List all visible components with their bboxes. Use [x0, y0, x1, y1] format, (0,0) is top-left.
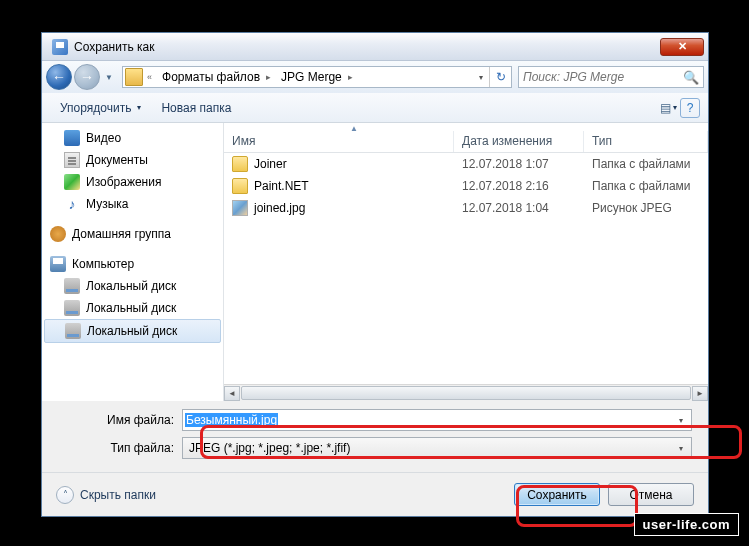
cancel-button[interactable]: Отмена: [608, 483, 694, 506]
titlebar: Сохранить как ✕: [42, 33, 708, 61]
close-button[interactable]: ✕: [660, 38, 704, 56]
sidebar-item-homegroup[interactable]: Домашняя группа: [42, 223, 223, 245]
column-header-date[interactable]: Дата изменения: [454, 131, 584, 152]
help-button[interactable]: ?: [680, 98, 700, 118]
sidebar-item-label: Документы: [86, 153, 148, 167]
disk-icon: [64, 300, 80, 316]
file-date: 12.07.2018 2:16: [462, 179, 592, 193]
file-type: Папка с файлами: [592, 179, 700, 193]
screenshot-frame: Сохранить как ✕ ← → ▼ « Форматы файлов ▸…: [2, 2, 747, 544]
sidebar-item-label: Домашняя группа: [72, 227, 171, 241]
breadcrumb-segment[interactable]: Форматы файлов: [154, 67, 264, 87]
hide-folders-button[interactable]: ˄ Скрыть папки: [56, 486, 156, 504]
computer-icon: [50, 256, 66, 272]
file-name: Joiner: [254, 157, 462, 171]
column-header-name[interactable]: Имя: [224, 131, 454, 152]
collapse-icon: ˄: [56, 486, 74, 504]
filetype-field[interactable]: JPEG (*.jpg; *.jpeg; *.jpe; *.jfif) ▾: [182, 437, 692, 459]
back-arrow-icon: ←: [52, 69, 66, 85]
filename-field[interactable]: Безымянный.jpg ▾: [182, 409, 692, 431]
scroll-thumb[interactable]: [241, 386, 691, 400]
new-folder-button[interactable]: Новая папка: [151, 97, 241, 119]
sidebar-item-documents[interactable]: Документы: [42, 149, 223, 171]
chevron-down-icon: ▾: [137, 103, 141, 112]
organize-label: Упорядочить: [60, 101, 131, 115]
jpg-icon: [232, 200, 248, 216]
file-list-area: ▲ Имя Дата изменения Тип Joiner12.07.201…: [224, 123, 708, 401]
filename-row: Имя файла: Безымянный.jpg ▾: [58, 409, 692, 431]
forward-button[interactable]: →: [74, 64, 100, 90]
column-headers: Имя Дата изменения Тип: [224, 131, 708, 153]
hide-folders-label: Скрыть папки: [80, 488, 156, 502]
file-rows: Joiner12.07.2018 1:07Папка с файлами Pai…: [224, 153, 708, 384]
address-dropdown[interactable]: ▾: [473, 73, 489, 82]
video-icon: [64, 130, 80, 146]
file-date: 12.07.2018 1:04: [462, 201, 592, 215]
watermark: user-life.com: [634, 513, 739, 536]
file-name: joined.jpg: [254, 201, 462, 215]
sidebar-item-label: Компьютер: [72, 257, 134, 271]
save-as-dialog: Сохранить как ✕ ← → ▼ « Форматы файлов ▸…: [41, 32, 709, 517]
sidebar-item-disk[interactable]: Локальный диск: [42, 275, 223, 297]
document-icon: [64, 152, 80, 168]
filename-dropdown[interactable]: ▾: [673, 416, 689, 425]
sidebar-item-label: Музыка: [86, 197, 128, 211]
chevron-right-icon: ▸: [264, 72, 273, 82]
sidebar-item-label: Локальный диск: [86, 279, 176, 293]
app-icon: [52, 39, 68, 55]
nav-history-dropdown[interactable]: ▼: [102, 67, 116, 87]
back-button[interactable]: ←: [46, 64, 72, 90]
folder-icon: [232, 178, 248, 194]
filetype-row: Тип файла: JPEG (*.jpg; *.jpeg; *.jpe; *…: [58, 437, 692, 459]
form-area: Имя файла: Безымянный.jpg ▾ Тип файла: J…: [42, 401, 708, 475]
toolbar: Упорядочить▾ Новая папка ▤▾ ?: [42, 93, 708, 123]
sidebar-item-label: Локальный диск: [86, 301, 176, 315]
save-button[interactable]: Сохранить: [514, 483, 600, 506]
filetype-dropdown[interactable]: ▾: [673, 444, 689, 453]
disk-icon: [65, 323, 81, 339]
bottom-bar: ˄ Скрыть папки Сохранить Отмена: [42, 472, 708, 516]
window-title: Сохранить как: [74, 40, 660, 54]
search-input[interactable]: [523, 70, 683, 84]
filetype-value: JPEG (*.jpg; *.jpeg; *.jpe; *.jfif): [185, 441, 350, 455]
view-mode-button[interactable]: ▤▾: [656, 96, 680, 120]
sidebar-item-images[interactable]: Изображения: [42, 171, 223, 193]
sidebar-item-label: Изображения: [86, 175, 161, 189]
chevron-icon: «: [145, 72, 154, 82]
file-type: Папка с файлами: [592, 157, 700, 171]
sidebar-item-computer[interactable]: Компьютер: [42, 253, 223, 275]
folder-icon: [125, 68, 143, 86]
file-row[interactable]: Paint.NET12.07.2018 2:16Папка с файлами: [224, 175, 708, 197]
scroll-left-button[interactable]: ◄: [224, 386, 240, 401]
search-icon[interactable]: 🔍: [683, 70, 699, 85]
forward-arrow-icon: →: [80, 69, 94, 85]
chevron-right-icon: ▸: [346, 72, 355, 82]
navigation-row: ← → ▼ « Форматы файлов ▸ JPG Merge ▸ ▾ ↻…: [42, 61, 708, 93]
sidebar-item-music[interactable]: ♪Музыка: [42, 193, 223, 215]
file-type: Рисунок JPEG: [592, 201, 700, 215]
refresh-button[interactable]: ↻: [489, 67, 511, 87]
horizontal-scrollbar[interactable]: ◄ ►: [224, 384, 708, 401]
filename-value: Безымянный.jpg: [185, 413, 278, 427]
search-box[interactable]: 🔍: [518, 66, 704, 88]
address-bar[interactable]: « Форматы файлов ▸ JPG Merge ▸ ▾ ↻: [122, 66, 512, 88]
sidebar-item-label: Локальный диск: [87, 324, 177, 338]
sidebar-item-disk[interactable]: Локальный диск: [44, 319, 221, 343]
body-area: Видео Документы Изображения ♪Музыка Дома…: [42, 123, 708, 401]
sidebar: Видео Документы Изображения ♪Музыка Дома…: [42, 123, 224, 401]
homegroup-icon: [50, 226, 66, 242]
breadcrumb-segment[interactable]: JPG Merge: [273, 67, 346, 87]
view-icon: ▤: [660, 101, 671, 115]
scroll-right-button[interactable]: ►: [692, 386, 708, 401]
sidebar-item-disk[interactable]: Локальный диск: [42, 297, 223, 319]
disk-icon: [64, 278, 80, 294]
file-row[interactable]: Joiner12.07.2018 1:07Папка с файлами: [224, 153, 708, 175]
image-icon: [64, 174, 80, 190]
sidebar-item-video[interactable]: Видео: [42, 127, 223, 149]
file-row[interactable]: joined.jpg12.07.2018 1:04Рисунок JPEG: [224, 197, 708, 219]
file-date: 12.07.2018 1:07: [462, 157, 592, 171]
column-header-type[interactable]: Тип: [584, 131, 708, 152]
sidebar-item-label: Видео: [86, 131, 121, 145]
organize-button[interactable]: Упорядочить▾: [50, 97, 151, 119]
file-name: Paint.NET: [254, 179, 462, 193]
